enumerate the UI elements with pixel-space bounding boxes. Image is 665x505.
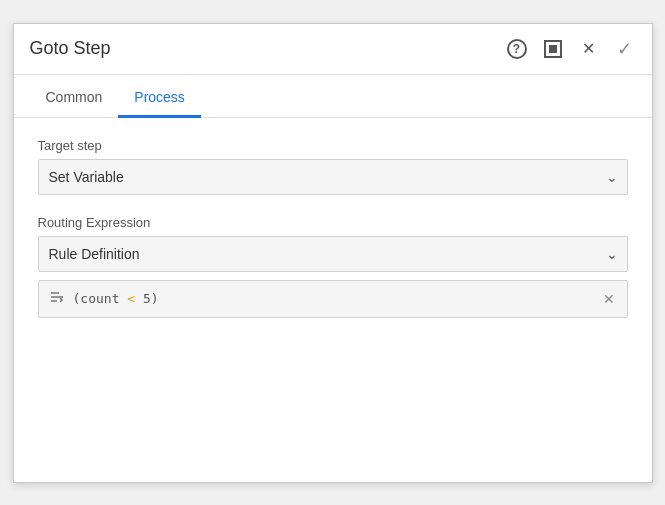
close-icon[interactable]: ✕: [578, 38, 600, 60]
expression-row: (count < 5) ✕: [38, 280, 628, 318]
target-step-label: Target step: [38, 138, 628, 153]
window-icon[interactable]: [542, 38, 564, 60]
tab-common[interactable]: Common: [30, 75, 119, 118]
tab-process[interactable]: Process: [118, 75, 201, 118]
dialog-title: Goto Step: [30, 38, 506, 59]
target-step-select[interactable]: Set Variable: [38, 159, 628, 195]
goto-step-dialog: Goto Step ? ✕ ✓ Common P: [13, 23, 653, 483]
routing-expression-select-wrapper: Rule Definition ⌄: [38, 236, 628, 272]
expression-text: (count < 5): [73, 291, 601, 306]
title-icons: ? ✕ ✓: [506, 38, 636, 60]
target-step-group: Target step Set Variable ⌄: [38, 138, 628, 195]
tab-content: Target step Set Variable ⌄ Routing Expre…: [14, 118, 652, 358]
title-bar: Goto Step ? ✕ ✓: [14, 24, 652, 75]
expression-close-icon[interactable]: ✕: [601, 289, 617, 309]
confirm-icon[interactable]: ✓: [614, 38, 636, 60]
expression-icon: [49, 289, 65, 308]
routing-expression-group: Routing Expression Rule Definition ⌄: [38, 215, 628, 318]
routing-expression-label: Routing Expression: [38, 215, 628, 230]
target-step-select-wrapper: Set Variable ⌄: [38, 159, 628, 195]
tab-bar: Common Process: [14, 75, 652, 118]
routing-expression-select[interactable]: Rule Definition: [38, 236, 628, 272]
help-icon[interactable]: ?: [506, 38, 528, 60]
